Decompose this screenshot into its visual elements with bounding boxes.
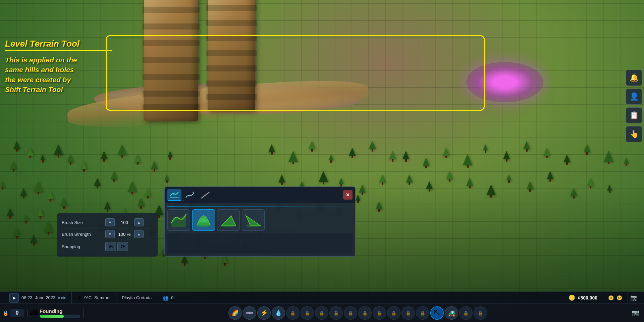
notifications-button[interactable]: 🔔: [626, 70, 642, 86]
slope-terrain-icon: [200, 190, 211, 200]
population-display: 0: [171, 295, 173, 300]
mood-section: 😐 😐: [603, 292, 628, 304]
locked-tool-3[interactable]: 🔒: [315, 306, 328, 320]
right-panel: 🔔 👤 📋 👆: [624, 67, 644, 145]
time-section: ▶ 08:23 June 2023 ▶▶▶: [4, 292, 72, 304]
coin-icon: 🪙: [569, 294, 575, 301]
svg-point-4: [221, 224, 236, 227]
locked-tool-1[interactable]: 🔒: [286, 306, 300, 320]
roads-tool[interactable]: [243, 306, 256, 320]
status-bar: ▶ 08:23 June 2023 ▶▶▶ ☀ 9°C Summer Playi…: [0, 291, 644, 304]
tool-description: This is applied on the same hills and ho…: [5, 55, 112, 95]
date-display: June 2023: [35, 295, 56, 300]
tower-structure: [127, 0, 362, 134]
money-counter: 0: [10, 309, 24, 317]
brush-wave-icon: [170, 212, 188, 228]
tower-right: [208, 0, 255, 111]
electricity-tool[interactable]: 💧: [272, 306, 285, 320]
locked-tool-10[interactable]: 🔒: [416, 306, 429, 320]
zones-tool[interactable]: 🌈: [228, 306, 242, 320]
brush-slope-right-icon: [244, 212, 262, 228]
brush-size-row: Brush Size ▼ 100 ▲: [62, 217, 153, 228]
text-overlay: Level Terrain Tool This is applied on th…: [5, 39, 112, 95]
locked-tool-6[interactable]: 🔒: [358, 306, 372, 320]
info-button[interactable]: 📋: [626, 107, 642, 123]
brush-slope-right-button[interactable]: [242, 209, 265, 231]
locked-tool-11[interactable]: 🔒: [459, 306, 473, 320]
weather-icon: ☀: [77, 295, 82, 301]
tool-panel-header: ✕: [165, 187, 355, 203]
separator: [167, 206, 353, 207]
shift-terrain-icon: [184, 190, 195, 200]
locked-tool-7[interactable]: 🔒: [373, 306, 386, 320]
brush-strength-label: Brush Strength: [62, 232, 105, 237]
collapsed-section: [167, 233, 353, 254]
locked-tool-2[interactable]: 🔒: [301, 306, 314, 320]
svg-line-1: [201, 192, 209, 198]
citizens-button[interactable]: 👤: [626, 89, 642, 105]
svg-rect-0: [170, 197, 179, 198]
terrain-tab-shift[interactable]: [183, 189, 197, 201]
level-terrain-icon: [169, 190, 180, 199]
svg-point-5: [246, 224, 261, 227]
terrain-tab-level[interactable]: [167, 189, 181, 201]
population-icon: 👥: [163, 295, 168, 301]
temperature-display: 9°C: [84, 295, 92, 300]
bulldozer-tool[interactable]: 🚜: [445, 306, 458, 320]
money-section: 🪙 ¢500,000: [563, 292, 603, 304]
screenshot-bottom-btn[interactable]: 📷: [629, 307, 641, 319]
brush-size-controls: ▼ 100 ▲: [105, 218, 144, 226]
snapping-label: Snapping: [62, 244, 105, 249]
locked-tool-12[interactable]: 🔒: [474, 306, 487, 320]
locked-tool-4[interactable]: 🔒: [329, 306, 343, 320]
water-tool[interactable]: ⚡: [257, 306, 271, 320]
brush-size-value: 100: [116, 220, 133, 225]
bottom-bar: 🔒 0 🏙 Founding 🌈 ⚡: [0, 304, 644, 322]
interact-button[interactable]: 👆: [626, 126, 642, 142]
brush-strength-row: Brush Strength ▼ 100 % ▲: [62, 228, 153, 240]
brush-strength-down[interactable]: ▼: [105, 230, 115, 238]
time-display: 08:23: [21, 295, 33, 300]
founding-label: Founding: [40, 308, 80, 314]
svg-point-2: [172, 223, 185, 227]
brush-mound-button[interactable]: [192, 209, 215, 231]
map-name: Playita Cortada: [122, 295, 152, 300]
brush-icons-row: [167, 209, 353, 231]
progress-bar-fill: [40, 315, 64, 318]
brush-strength-controls: ▼ 100 % ▲: [105, 230, 144, 238]
money-display: ¢500,000: [578, 295, 597, 301]
progress-bar: [40, 315, 80, 318]
tool-title: Level Terrain Tool: [5, 39, 112, 51]
locked-tool-5[interactable]: 🔒: [344, 306, 357, 320]
brush-mound-icon: [195, 212, 213, 228]
brush-strength-value: 100 %: [116, 232, 133, 237]
play-button[interactable]: ▶: [9, 293, 19, 303]
tool-panel-body: [165, 203, 355, 256]
money-section: 🔒 0: [3, 309, 28, 317]
svg-point-3: [196, 223, 211, 227]
tool-settings-panel: Brush Size ▼ 100 ▲ Brush Strength ▼ 100 …: [57, 213, 158, 257]
lock-icon: 🔒: [3, 310, 8, 316]
screenshot-btn[interactable]: 📷: [628, 292, 640, 304]
locked-tool-8[interactable]: 🔒: [387, 306, 400, 320]
brush-strength-up[interactable]: ▲: [134, 230, 144, 238]
snap-button-2[interactable]: ⟳: [117, 242, 128, 251]
settings-rows: Brush Size ▼ 100 ▲ Brush Strength ▼ 100 …: [62, 217, 153, 253]
tower-left: [144, 0, 198, 121]
brush-slope-left-button[interactable]: [217, 209, 240, 231]
brush-size-up[interactable]: ▲: [134, 218, 144, 226]
snapping-controls: ❄ ⟳: [105, 242, 128, 251]
brush-slope-left-icon: [219, 212, 237, 228]
close-button[interactable]: ✕: [343, 190, 353, 200]
locked-tool-9[interactable]: 🔒: [401, 306, 415, 320]
population-section: 👥 0: [157, 292, 179, 304]
snap-button-1[interactable]: ❄: [105, 242, 116, 251]
season-display: Summer: [94, 295, 111, 300]
founding-section: 🏙 Founding: [30, 308, 84, 318]
center-toolbar: 🌈 ⚡ 💧 🔒 🔒 🔒 🔒 🔒 🔒 🔒 🔒 🔒 🔒: [86, 306, 629, 320]
brush-wave-button[interactable]: [167, 209, 190, 231]
brush-size-down[interactable]: ▼: [105, 218, 115, 226]
terrain-tab-slope[interactable]: [198, 189, 212, 201]
city-icon: 🏙: [30, 309, 38, 317]
terrain-tool-active[interactable]: ⛏: [430, 306, 444, 320]
